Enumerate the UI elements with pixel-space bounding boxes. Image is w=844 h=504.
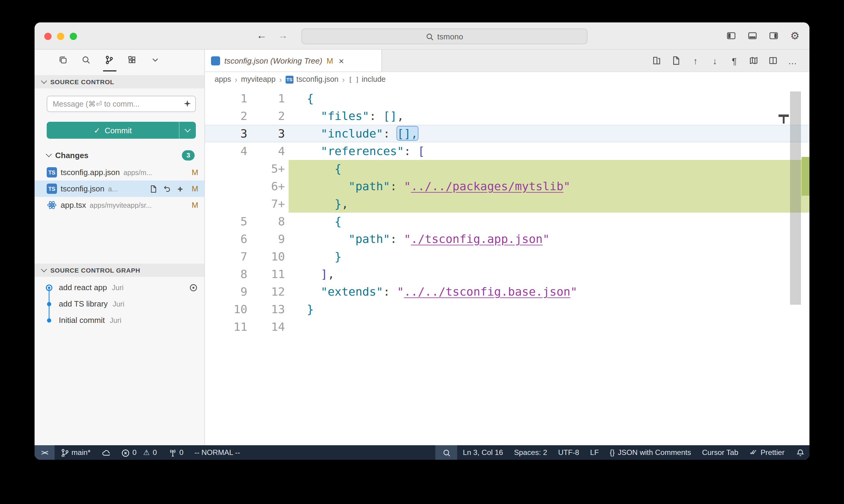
branch-name: main*: [71, 448, 91, 457]
ports-indicator[interactable]: 0: [162, 445, 189, 460]
file-row[interactable]: TStsconfig.jsona...+M: [35, 181, 204, 197]
notifications-bell[interactable]: [790, 445, 809, 460]
commit-row[interactable]: add react appJuri: [35, 279, 204, 295]
encoding-indicator[interactable]: UTF-8: [553, 445, 585, 460]
line-number-old: [205, 195, 251, 213]
explorer-icon[interactable]: [55, 50, 72, 71]
more-actions-icon[interactable]: …: [787, 55, 798, 67]
close-window-button[interactable]: [44, 33, 52, 40]
code-line: 11{: [205, 90, 809, 107]
line-number-old: 7: [205, 248, 251, 265]
tab-tsconfig-working-tree[interactable]: tsconfig.json (Working Tree) M ×: [205, 50, 382, 71]
line-number-new: 13: [251, 301, 289, 318]
breadcrumb-separator: ›: [279, 75, 282, 84]
publish-button[interactable]: [96, 445, 116, 460]
editor-code-area[interactable]: 11{22 "files": [],33 "include": [],44 "r…: [205, 87, 809, 445]
indentation-indicator[interactable]: Spaces: 2: [509, 445, 552, 460]
line-number-old: 3: [205, 125, 251, 142]
code-text: "extends": "../../tsconfig.base.json": [289, 283, 809, 301]
discard-changes-icon[interactable]: [161, 183, 172, 194]
search-view-icon[interactable]: [78, 50, 95, 71]
changes-label: Changes: [55, 150, 88, 160]
commit-row[interactable]: add TS libraryJuri: [35, 295, 204, 312]
graph-section-header[interactable]: SOURCE CONTROL GRAPH: [35, 264, 204, 277]
line-number-new: 6+: [251, 178, 289, 195]
file-link[interactable]: ../../packages/mytslib: [411, 179, 563, 193]
commit-button[interactable]: ✓ Commit: [47, 122, 196, 139]
next-change-icon[interactable]: ↓: [709, 55, 721, 67]
toggle-secondary-sidebar-icon[interactable]: [768, 30, 780, 42]
cursor-tab-indicator[interactable]: Cursor Tab: [697, 445, 744, 460]
line-number-new: 11: [251, 265, 289, 283]
target-icon[interactable]: [189, 283, 198, 292]
commit-dropdown-button[interactable]: [179, 122, 196, 139]
modified-badge: M: [189, 184, 198, 193]
more-views-chevron-icon[interactable]: [147, 50, 164, 71]
scrollbar-slider[interactable]: [790, 91, 801, 305]
zoom-indicator[interactable]: [436, 445, 458, 460]
line-number-new: 1: [251, 90, 289, 107]
code-text: {: [289, 160, 809, 178]
error-icon: [121, 448, 130, 457]
commit-message-input[interactable]: [47, 96, 196, 112]
stage-changes-icon[interactable]: +: [175, 183, 186, 194]
open-file-icon[interactable]: [148, 183, 159, 194]
extensions-icon[interactable]: [124, 50, 141, 71]
formatter-indicator[interactable]: ✓✓ Prettier: [744, 445, 790, 460]
code-line: 22 "files": [],: [205, 107, 809, 125]
eol-indicator[interactable]: LF: [585, 445, 604, 460]
file-row[interactable]: TStsconfig.app.jsonapps/m...M: [35, 164, 204, 181]
toggle-panel-icon[interactable]: [746, 30, 758, 42]
source-control-view-icon[interactable]: [101, 50, 118, 71]
open-changes-icon[interactable]: [651, 55, 663, 67]
remote-icon: ><: [41, 449, 48, 456]
toggle-primary-sidebar-icon[interactable]: [725, 30, 737, 42]
minimize-window-button[interactable]: [57, 33, 64, 40]
file-link[interactable]: ./tsconfig.app.json: [411, 232, 542, 245]
chevron-down-icon: [41, 78, 47, 84]
split-editor-icon[interactable]: [767, 55, 779, 67]
typescript-icon: TS: [47, 183, 57, 194]
changes-count-badge: 3: [182, 150, 195, 160]
file-name: tsconfig.json: [61, 184, 105, 193]
zoom-window-button[interactable]: [70, 33, 77, 40]
problems-indicator[interactable]: 0 ⚠ 0: [116, 445, 162, 460]
cursor-position[interactable]: Ln 3, Col 16: [458, 445, 509, 460]
line-number-new: 8: [251, 213, 289, 230]
code-line: 44 "references": [: [205, 142, 809, 160]
map-icon[interactable]: [747, 55, 760, 67]
command-center-search[interactable]: tsmono: [302, 29, 587, 44]
status-bar: >< main* 0 ⚠ 0 0: [35, 445, 809, 460]
file-row[interactable]: app.tsxapps/myviteapp/sr...M: [35, 197, 204, 213]
forward-icon[interactable]: →: [278, 30, 288, 42]
sidebar: SOURCE CONTROL ✓ Commit: [35, 50, 205, 445]
breadcrumb-label: include: [362, 75, 385, 84]
language-mode[interactable]: {} JSON with Comments: [604, 445, 696, 460]
settings-gear-icon[interactable]: ⚙: [789, 30, 801, 42]
breadcrumb-item[interactable]: TStsconfig.json: [286, 75, 339, 84]
breadcrumb-item[interactable]: myviteapp: [241, 75, 276, 84]
code-text: [289, 318, 809, 336]
warning-icon: ⚠: [143, 448, 150, 457]
code-line: 811 ],: [205, 265, 809, 283]
changes-section-header[interactable]: Changes 3: [47, 147, 196, 163]
commit-row[interactable]: Initial commitJuri: [35, 312, 204, 328]
remote-indicator[interactable]: ><: [35, 445, 55, 460]
code-text: "path": "../../packages/mytslib": [289, 178, 809, 195]
file-link[interactable]: ../../tsconfig.base.json: [404, 285, 570, 298]
whitespace-toggle-icon[interactable]: ¶: [728, 55, 740, 67]
breadcrumb-item[interactable]: [ ]include: [348, 75, 385, 84]
file-path: apps/myviteapp/sr...: [90, 201, 152, 209]
breadcrumb-item[interactable]: apps: [214, 75, 231, 84]
code-text: }: [289, 301, 809, 318]
go-to-file-icon[interactable]: [670, 55, 682, 67]
sparkle-ai-icon[interactable]: [183, 99, 192, 108]
previous-change-icon[interactable]: ↑: [689, 55, 702, 67]
source-control-section-header[interactable]: SOURCE CONTROL: [35, 75, 204, 88]
commit-author: Juri: [112, 283, 124, 292]
graph-title: SOURCE CONTROL GRAPH: [50, 267, 140, 274]
branch-indicator[interactable]: main*: [55, 445, 96, 460]
back-icon[interactable]: ←: [257, 30, 267, 42]
search-icon: [426, 32, 433, 40]
close-tab-icon[interactable]: ×: [339, 55, 344, 66]
